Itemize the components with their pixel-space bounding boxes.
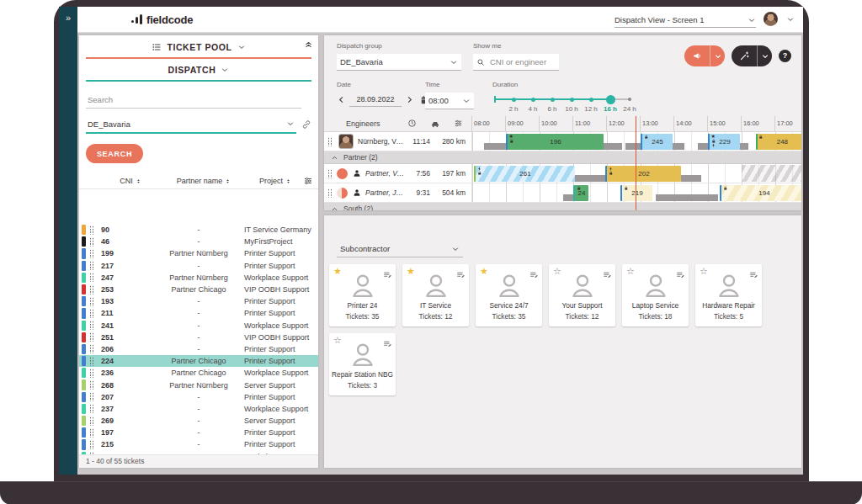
ticket-row[interactable]: 236Partner ChicagoWorkplace Support [79, 367, 318, 379]
subcontractor-card[interactable]: ★IT ServiceTickets: 12 [402, 264, 469, 326]
slider-stop[interactable] [531, 98, 535, 102]
playlist-edit-icon[interactable] [383, 268, 392, 283]
collapse-panel-icon[interactable] [304, 40, 313, 49]
ticket-row[interactable]: 197-Printer Support [79, 427, 318, 438]
subcontractor-card[interactable]: ☆Laptop ServiceTickets: 18 [622, 264, 689, 326]
slider-stop[interactable] [589, 98, 593, 102]
user-menu-chevron-icon[interactable] [786, 15, 795, 24]
ticket-pool-header[interactable]: TICKET POOL [79, 35, 318, 52]
ticket-row[interactable]: 224Partner ChicagoPrinter Support [79, 355, 318, 367]
auto-dispatch-split-button[interactable] [732, 45, 772, 66]
playlist-edit-icon[interactable] [749, 268, 758, 283]
slider-stop[interactable] [551, 98, 555, 102]
slider-stop[interactable] [570, 98, 574, 102]
gantt-block[interactable]: ★196 [506, 134, 604, 150]
group-row[interactable]: South (2) [324, 203, 801, 210]
view-select[interactable]: Dispatch View - Screen 1 [615, 13, 756, 28]
gantt-block[interactable]: 202 [605, 166, 681, 182]
drag-handle-icon[interactable] [327, 188, 332, 198]
engineer-info[interactable]: Partner, Van...7:56197 km [324, 164, 472, 183]
gantt-block[interactable]: 261 [474, 166, 575, 182]
ticket-row[interactable]: 46-MyFirstProject [79, 236, 318, 247]
date-input[interactable] [349, 93, 402, 107]
slider-label[interactable]: 4 h [528, 105, 537, 113]
ticket-row[interactable]: 237-Workplace Support [79, 403, 318, 415]
ticket-row[interactable]: 253Partner ChicagoVIP OOBH Support [79, 284, 318, 295]
column-settings-icon[interactable] [303, 176, 313, 186]
previous-day-icon[interactable] [337, 95, 346, 104]
slider-label[interactable]: 12 h [584, 105, 598, 113]
ticket-row[interactable]: 90-IT Service Germany [79, 224, 318, 236]
favorite-star-icon[interactable]: ☆ [700, 266, 708, 277]
ticket-row[interactable]: 211-Printer Support [79, 307, 318, 319]
show-me-input[interactable] [488, 56, 556, 67]
playlist-edit-icon[interactable] [383, 337, 392, 352]
ticket-row[interactable]: 251-VIP OOBH Support [79, 332, 318, 343]
announce-split-button[interactable] [684, 45, 725, 66]
schedule-lane[interactable]: ★196245★229248 [472, 132, 801, 151]
subcontractor-card[interactable]: ★Service 24/7Tickets: 35 [476, 264, 542, 326]
ticket-row[interactable]: 206-Printer Support [79, 343, 318, 355]
engineer-info[interactable]: Nürnberg, Ve...11:14280 km [324, 132, 472, 151]
chevron-down-icon[interactable] [757, 45, 772, 66]
subcontractor-select[interactable]: Subcontractor [337, 241, 463, 257]
ticket-row[interactable]: 269-Server Support [79, 415, 318, 427]
slider-label[interactable]: 16 h [604, 105, 617, 113]
playlist-edit-icon[interactable] [603, 268, 612, 283]
duration-slider[interactable]: 2 h4 h6 h10 h12 h16 h24 h [492, 91, 642, 114]
slider-stop[interactable] [606, 95, 615, 104]
slider-stop[interactable] [512, 98, 516, 102]
engineer-info[interactable]: Partner, Jakub9:31504 km [324, 183, 472, 202]
playlist-edit-icon[interactable] [456, 268, 466, 283]
schedule-lane[interactable]: 261202 [472, 164, 801, 183]
help-button[interactable]: ? [779, 50, 791, 62]
next-day-icon[interactable] [405, 95, 414, 104]
ticket-row[interactable]: 268Partner NürnbergServer Support [79, 379, 318, 390]
slider-label[interactable]: 24 h [623, 105, 636, 113]
schedule-lane[interactable]: 24219194 [472, 183, 801, 202]
favorite-star-icon[interactable]: ★ [407, 266, 415, 277]
favorite-star-icon[interactable]: ★ [480, 266, 488, 277]
gantt-block[interactable]: 24 [573, 185, 588, 201]
drag-handle-icon[interactable] [327, 169, 332, 178]
chevron-down-icon[interactable] [710, 45, 725, 66]
link-icon[interactable] [301, 119, 311, 130]
ticket-row[interactable]: 215-Printer Support [79, 438, 318, 450]
playlist-edit-icon[interactable] [676, 268, 685, 283]
column-header-project[interactable]: Project [247, 177, 303, 185]
ticket-row[interactable]: 199Partner NürnbergPrinter Support [79, 247, 318, 259]
gantt-block[interactable]: 248 [756, 134, 801, 150]
drag-handle-icon[interactable] [327, 137, 332, 146]
slider-label[interactable]: 6 h [547, 105, 556, 113]
expand-sidebar-icon[interactable]: » [59, 7, 77, 29]
show-me-search[interactable] [473, 54, 559, 71]
favorite-star-icon[interactable]: ★ [333, 266, 342, 277]
favorite-star-icon[interactable]: ☆ [553, 266, 561, 277]
column-header-partner[interactable]: Partner name [160, 177, 247, 185]
ticket-row[interactable]: 193-Printer Support [79, 295, 318, 307]
group-select[interactable]: DE_Bavaria [86, 115, 296, 134]
gantt-block[interactable]: ★229 [708, 134, 740, 150]
gantt-block[interactable]: 245 [641, 134, 673, 150]
gantt-block[interactable]: 194 [720, 185, 801, 201]
group-row[interactable]: Partner (2) [324, 151, 801, 164]
user-avatar[interactable] [764, 12, 778, 26]
subcontractor-card[interactable]: ★Printer 24Tickets: 35 [329, 264, 396, 326]
favorite-star-icon[interactable]: ☆ [626, 266, 635, 277]
ticket-row[interactable]: 241-Workplace Support [79, 320, 318, 332]
dispatch-header[interactable]: DISPATCH [79, 59, 318, 75]
column-header-cni[interactable]: CNI [79, 177, 160, 185]
ticket-row[interactable]: 247Partner NürnbergWorkplace Support [79, 272, 318, 284]
slider-stop[interactable] [628, 98, 631, 101]
time-select[interactable]: 08:00 [425, 93, 474, 109]
ticket-row[interactable]: 207-Printer Support [79, 391, 318, 403]
dispatch-group-select[interactable]: DE_Bavaria [337, 54, 461, 71]
favorite-star-icon[interactable]: ☆ [333, 335, 342, 346]
subcontractor-card[interactable]: ☆Your SupportTickets: 12 [549, 264, 615, 326]
ticket-row[interactable]: 217-Printer Support [79, 260, 318, 272]
subcontractor-card[interactable]: ☆Hardware RepairTickets: 5 [695, 264, 762, 326]
slider-label[interactable]: 10 h [565, 105, 578, 113]
playlist-edit-icon[interactable] [529, 268, 539, 283]
search-input[interactable] [86, 92, 301, 109]
slider-label[interactable]: 2 h [508, 105, 518, 113]
